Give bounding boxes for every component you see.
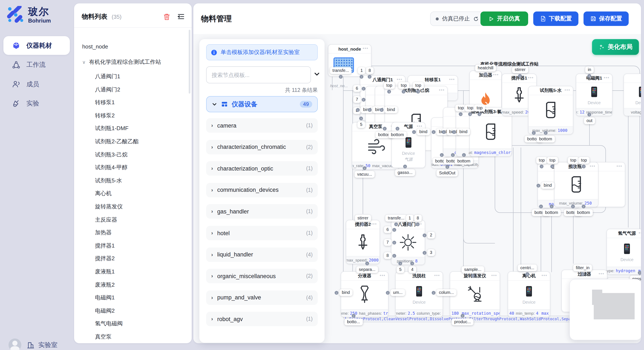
template-item-communication_devices[interactable]: ›communication_devices(1)	[206, 183, 318, 197]
tree-item[interactable]: 试剂瓶5-水	[95, 177, 122, 184]
canvas-node-电磁阀1[interactable]: 电磁阀1•••Devicevoltage:12 response_time:0.…	[576, 74, 612, 116]
tree-item[interactable]: 八通阀门1	[95, 73, 120, 80]
node-menu-icon[interactable]: •••	[417, 124, 422, 128]
port-chip-stirrer[interactable]: stirrer›	[355, 215, 371, 222]
tree-scrollbar[interactable]	[189, 30, 190, 94]
port-chip-filterin[interactable]: filter_in›	[573, 265, 592, 271]
port-chip-SolidOut[interactable]: SolidOut›	[436, 170, 458, 176]
template-item-organic_miscellaneous[interactable]: ›organic_miscellaneous(2)	[206, 269, 318, 283]
canvas-node-离心机[interactable]: 离心机•••Devicetemp:40 min_temp:4 max_spe	[508, 271, 550, 317]
port-chip-bind[interactable]: bind›	[417, 128, 430, 135]
node-menu-icon[interactable]: •••	[371, 222, 377, 226]
download-config-button[interactable]: 下载配置	[533, 11, 578, 26]
node-menu-icon[interactable]: •••	[449, 77, 455, 82]
port-chip-produc[interactable]: produc...›	[452, 319, 474, 325]
port-handle-icon[interactable]: ›	[484, 72, 488, 76]
template-item-camera[interactable]: ›camera(1)	[206, 118, 318, 133]
tree-item[interactable]: 试剂瓶3-己烷	[95, 151, 128, 159]
port-chip-6[interactable]: 6›	[353, 85, 360, 92]
node-menu-icon[interactable]: •••	[639, 230, 641, 235]
tree-item-host-node[interactable]: host_node	[82, 43, 108, 50]
template-item-characterization_optic[interactable]: ›characterization_optic(1)	[206, 161, 318, 176]
port-handle-icon[interactable]: ›	[582, 204, 586, 208]
port-handle-icon[interactable]: ›	[581, 272, 584, 276]
sidebar-item-experiments[interactable]: 实验	[4, 94, 70, 113]
tree-item[interactable]: 转移泵2	[95, 112, 114, 120]
tree-item[interactable]: 试剂瓶4-甲醇	[95, 164, 128, 172]
port-handle-icon[interactable]: ›	[536, 183, 540, 187]
port-chip-bottom[interactable]: bottom›	[388, 131, 406, 138]
port-handle-icon[interactable]: ›	[394, 222, 398, 226]
port-chip-3[interactable]: 3›	[427, 249, 435, 256]
collapse-panel-icon[interactable]	[177, 13, 185, 20]
port-chip-colum[interactable]: colum...›	[436, 289, 456, 296]
node-menu-icon[interactable]: •••	[542, 273, 547, 278]
template-search-input[interactable]	[206, 66, 311, 83]
canvas-node-试剂瓶5-水[interactable]: 试剂瓶5-水•••max_volume:1000	[528, 86, 573, 134]
node-menu-icon[interactable]: •••	[434, 273, 440, 278]
port-chip-centri[interactable]: centri...›	[518, 265, 537, 271]
port-handle-icon[interactable]: ›	[386, 291, 390, 295]
port-handle-icon[interactable]: ›	[339, 75, 343, 79]
port-chip-8[interactable]: 8›	[366, 67, 373, 74]
port-chip-4[interactable]: 4›	[408, 266, 416, 273]
node-menu-icon[interactable]: •••	[439, 88, 445, 92]
node-menu-icon[interactable]: •••	[604, 75, 610, 80]
canvas-node-八通阀门2[interactable]: 八通阀门2•••positions:8	[391, 220, 425, 265]
port-chip-bottom[interactable]: bottom›	[455, 158, 473, 165]
port-chip-1[interactable]: 1›	[358, 67, 365, 74]
port-chip-bottom[interactable]: bottom›	[536, 136, 554, 143]
port-handle-icon[interactable]: ›	[380, 108, 384, 112]
sidebar-item-lab[interactable]: 实验室	[26, 341, 58, 349]
port-handle-icon[interactable]: ›	[356, 108, 360, 112]
canvas-node-接收瓶3[interactable]: 接收瓶3•••max_volume:250	[554, 162, 598, 207]
port-chip-8[interactable]: 8›	[414, 215, 422, 222]
port-chip-top[interactable]: top›	[536, 157, 547, 164]
tree-item[interactable]: 废液瓶2	[95, 281, 114, 289]
template-item-robot_agv[interactable]: ›robot_agv(1)	[206, 312, 318, 326]
node-menu-icon[interactable]: •••	[363, 46, 368, 51]
port-chip-sample[interactable]: sample...›	[462, 266, 484, 273]
node-menu-icon[interactable]: •••	[380, 273, 386, 278]
port-chip-top[interactable]: top›	[474, 105, 485, 111]
port-handle-icon[interactable]: ›	[403, 165, 407, 169]
port-chip-7[interactable]: 7›	[384, 239, 391, 246]
port-handle-icon[interactable]: ›	[392, 240, 396, 244]
port-handle-icon[interactable]: ›	[392, 228, 396, 232]
port-chip-bind[interactable]: bind›	[457, 128, 470, 135]
port-handle-icon[interactable]: ›	[432, 130, 436, 134]
tree-item[interactable]: 搅拌器2	[95, 255, 114, 263]
tree-item[interactable]: 旋转蒸发仪	[95, 203, 123, 210]
node-menu-icon[interactable]: •••	[493, 72, 499, 77]
tree-item[interactable]: 离心机	[95, 190, 112, 197]
port-chip-heatchill[interactable]: heatchill›	[475, 65, 496, 71]
node-menu-icon[interactable]: •••	[528, 75, 534, 80]
port-handle-icon[interactable]: ›	[571, 204, 575, 208]
port-chip-7[interactable]: 7›	[353, 96, 360, 103]
port-handle-icon[interactable]: ›	[432, 291, 436, 295]
tree-item[interactable]: 试剂瓶2-乙酸乙酯	[95, 138, 139, 146]
port-handle-icon[interactable]: ›	[363, 166, 366, 170]
port-chip-bottom[interactable]: bottom›	[574, 209, 592, 216]
port-chip-bind[interactable]: bind›	[541, 182, 554, 189]
tree-item[interactable]: 搅拌器1	[95, 242, 114, 250]
port-chip-top[interactable]: top›	[413, 82, 424, 89]
sim-status-pill[interactable]: 仿真已停止	[430, 11, 484, 26]
port-chip-stirrer[interactable]: stirrer›	[512, 66, 528, 73]
port-handle-icon[interactable]: ›	[362, 87, 366, 90]
port-handle-icon[interactable]: ›	[365, 262, 369, 265]
tree-item[interactable]: 转移泵1	[95, 99, 114, 106]
port-handle-icon[interactable]: ›	[452, 130, 456, 134]
port-chip-5[interactable]: 5›	[396, 266, 404, 273]
port-handle-icon[interactable]: ›	[412, 130, 416, 134]
beautify-layout-button[interactable]: 美化布局	[592, 39, 639, 55]
port-handle-icon[interactable]: ›	[462, 153, 466, 157]
save-config-button[interactable]: 保存配置	[584, 11, 629, 26]
port-handle-icon[interactable]: ›	[334, 291, 338, 295]
port-handle-icon[interactable]: ›	[539, 204, 543, 208]
port-handle-icon[interactable]: ›	[368, 108, 372, 112]
port-chip-top[interactable]: top›	[384, 82, 395, 89]
port-chip-bottom[interactable]: bottom›	[542, 209, 560, 216]
port-chip-botto[interactable]: botto...›	[344, 319, 362, 325]
node-menu-icon[interactable]: •••	[491, 273, 497, 278]
